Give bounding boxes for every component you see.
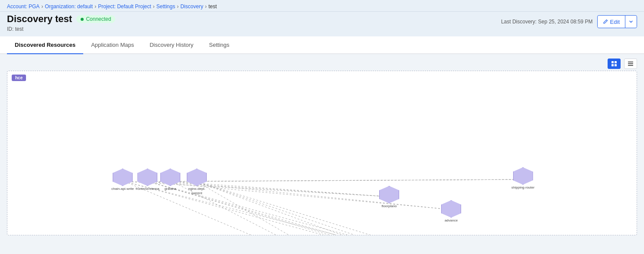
- node-label: shipping-router: [511, 186, 534, 190]
- hex-shape: [513, 167, 533, 185]
- node-grafana[interactable]: grafana: [160, 169, 180, 191]
- hex-shape: [379, 186, 399, 203]
- page-title: Discovery test Connected: [7, 13, 115, 25]
- node-frontend-eterna[interactable]: frontend-eterna: [136, 169, 159, 191]
- canvas-container: hce: [7, 71, 637, 235]
- svg-rect-1: [615, 61, 617, 63]
- breadcrumb-sep-5: ›: [205, 3, 207, 10]
- svg-line-22: [197, 182, 391, 235]
- breadcrumb-sep-2: ›: [94, 3, 96, 10]
- tabs-bar: Discovered Resources Application Maps Di…: [0, 36, 644, 54]
- node-shipping-router[interactable]: shipping-router: [511, 167, 534, 190]
- list-view-button[interactable]: [624, 59, 637, 69]
- breadcrumb-sep-3: ›: [153, 3, 155, 10]
- status-badge: Connected: [76, 15, 115, 23]
- main-content: hce: [0, 54, 644, 241]
- svg-rect-2: [611, 64, 614, 66]
- breadcrumb-discovery[interactable]: Discovery: [180, 3, 203, 10]
- node-label: frontend-eterna: [136, 187, 159, 191]
- breadcrumb-sep-4: ›: [177, 3, 179, 10]
- svg-line-19: [172, 182, 453, 210]
- list-icon: [628, 61, 634, 67]
- node-label: advance: [445, 218, 458, 223]
- grid-icon: [611, 61, 617, 67]
- tab-settings[interactable]: Settings: [201, 36, 237, 54]
- edit-main-button[interactable]: Edit: [598, 16, 625, 27]
- svg-line-24: [197, 182, 391, 235]
- hex-shape: [113, 169, 133, 186]
- svg-rect-0: [611, 61, 614, 63]
- node-label: grafana: [164, 187, 176, 191]
- breadcrumb-account[interactable]: Account: PGA: [7, 3, 39, 10]
- tab-discovery-history[interactable]: Discovery History: [142, 36, 201, 54]
- page-id: ID: test: [7, 26, 115, 32]
- node-nginx-depl[interactable]: nginx-depl-current: [185, 169, 209, 195]
- svg-rect-3: [615, 64, 617, 66]
- top-bar: Account: PGA › Organization: default › P…: [0, 0, 644, 36]
- hex-shape: [187, 169, 207, 186]
- svg-rect-6: [628, 65, 633, 66]
- breadcrumb-org[interactable]: Organization: default: [45, 3, 93, 10]
- status-text: Connected: [86, 16, 111, 22]
- edit-button-group: Edit: [597, 15, 637, 28]
- svg-line-21: [172, 179, 524, 182]
- svg-line-25: [197, 182, 524, 235]
- breadcrumb-settings[interactable]: Settings: [156, 3, 175, 10]
- chevron-down-icon: [629, 20, 633, 24]
- tab-application-maps[interactable]: Application Maps: [83, 36, 142, 54]
- node-floorplano[interactable]: floorplano: [379, 186, 399, 208]
- edit-icon: [603, 19, 608, 24]
- last-discovery-text: Last Discovery: Sep 25, 2024 08:59 PM: [501, 19, 592, 25]
- hex-shape: [441, 200, 461, 218]
- header-right: Last Discovery: Sep 25, 2024 08:59 PM Ed…: [501, 15, 637, 28]
- hex-shape: [160, 169, 180, 186]
- svg-rect-4: [628, 62, 633, 62]
- node-label: floorplano: [381, 204, 397, 208]
- tab-discovered-resources[interactable]: Discovered Resources: [7, 36, 83, 54]
- hex-shape: [137, 169, 157, 186]
- svg-line-23: [197, 182, 453, 235]
- breadcrumb-current: test: [208, 3, 217, 10]
- page-title-area: Discovery test Connected ID: test: [7, 13, 115, 32]
- breadcrumb: Account: PGA › Organization: default › P…: [7, 0, 637, 11]
- svg-rect-5: [628, 63, 633, 64]
- breadcrumb-project[interactable]: Project: Default Project: [98, 3, 151, 10]
- edit-label: Edit: [610, 19, 620, 25]
- edit-dropdown-button[interactable]: [625, 16, 637, 27]
- page-title-text: Discovery test: [7, 13, 72, 25]
- node-label: chain-api-write: [111, 187, 134, 191]
- node-chain-api-write[interactable]: chain-api-write: [111, 169, 134, 191]
- grid-view-button[interactable]: [608, 59, 621, 69]
- group-label: hce: [12, 75, 26, 81]
- breadcrumb-sep-1: ›: [41, 3, 43, 10]
- node-advance[interactable]: advance: [441, 200, 461, 223]
- toolbar: [0, 54, 644, 71]
- page-header: Discovery test Connected ID: test Last D…: [0, 12, 644, 36]
- connection-lines: [7, 71, 637, 235]
- node-label: nginx-depl-current: [185, 187, 209, 195]
- status-dot: [81, 18, 84, 21]
